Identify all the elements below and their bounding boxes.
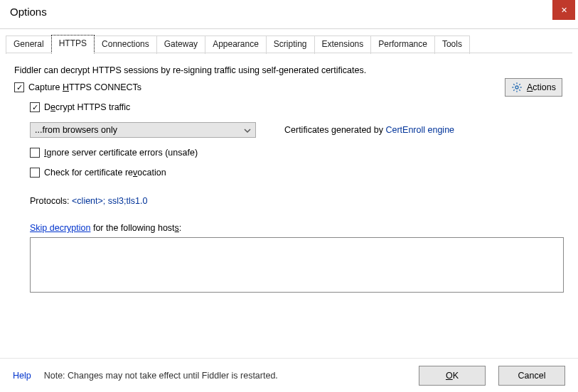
revocation-checkbox[interactable] [30,168,40,178]
cert-generated-text: Certificates generated by CertEnroll eng… [284,125,454,135]
skip-hosts-input[interactable] [30,237,564,293]
tab-scripting[interactable]: Scripting [266,36,315,54]
tab-gateway[interactable]: Gateway [156,36,205,54]
protocols-link[interactable]: <client>; ssl3;tls1.0 [72,196,147,206]
ignore-errors-label: Ignore server certificate errors (unsafe… [44,148,198,158]
svg-point-0 [515,86,518,89]
actions-button[interactable]: Actions [505,78,562,97]
protocols-label: Protocols: [30,196,72,206]
revocation-row: Check for certificate revocation [30,168,564,178]
tab-tools[interactable]: Tools [434,36,470,54]
cancel-button[interactable]: Cancel [498,366,565,386]
ok-button[interactable]: OK [419,366,486,386]
tab-general[interactable]: General [6,36,52,54]
cert-engine-link[interactable]: CertEnroll engine [385,125,454,135]
help-link[interactable]: Help [13,371,31,381]
tab-strip: General HTTPS Connections Gateway Appear… [0,28,578,54]
footer-note: Note: Changes may not take effect until … [44,371,278,381]
chevron-down-icon [244,126,251,134]
skip-decryption-link[interactable]: Skip decryption [30,223,90,233]
capture-connects-checkbox[interactable] [14,82,24,92]
ignore-errors-row: Ignore server certificate errors (unsafe… [30,148,564,158]
capture-connects-row: Capture HTTPS CONNECTs [14,82,564,92]
decrypt-checkbox[interactable] [30,102,40,112]
tab-extensions[interactable]: Extensions [314,36,372,54]
tab-appearance[interactable]: Appearance [205,36,267,54]
protocols-row: Protocols: <client>; ssl3;tls1.0 [30,196,564,206]
titlebar: Options ✕ [0,0,578,28]
decrypt-row: Decrypt HTTPS traffic [30,102,564,112]
skip-decryption-row: Skip decryption for the following hosts: [30,223,564,233]
traffic-source-value: ...from browsers only [35,125,117,135]
capture-connects-label: Capture HTTPS CONNECTs [28,82,141,92]
intro-text: Fiddler can decrypt HTTPS sessions by re… [14,65,564,75]
gear-icon [511,82,523,93]
tab-panel-https: Fiddler can decrypt HTTPS sessions by re… [0,54,578,293]
traffic-source-dropdown[interactable]: ...from browsers only [30,122,256,138]
window-title: Options [0,0,57,18]
source-row: ...from browsers only Certificates gener… [30,122,564,138]
tab-https[interactable]: HTTPS [51,35,95,53]
tab-performance[interactable]: Performance [370,36,435,54]
tab-connections[interactable]: Connections [94,36,157,54]
close-button[interactable]: ✕ [552,0,575,20]
decrypt-label: Decrypt HTTPS traffic [44,102,130,112]
revocation-label: Check for certificate revocation [44,168,166,178]
close-icon: ✕ [561,6,567,15]
ignore-errors-checkbox[interactable] [30,148,40,158]
dialog-footer: Help Note: Changes may not take effect u… [0,358,578,392]
actions-label: Actions [527,82,556,92]
